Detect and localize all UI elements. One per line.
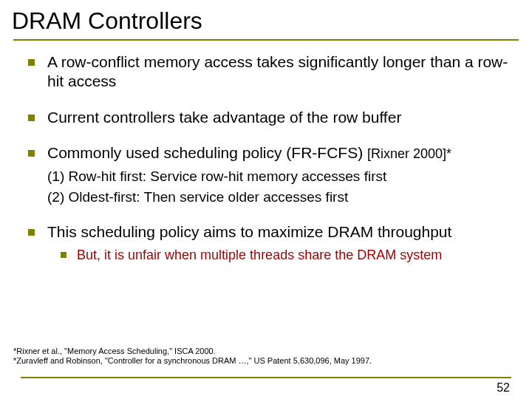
citation: [Rixner 2000]* xyxy=(367,146,451,161)
sub-bullet-item: But, it is unfair when multiple threads … xyxy=(61,247,510,264)
bullet-text: Current controllers take advantage of th… xyxy=(47,109,401,126)
slide-title: DRAM Controllers xyxy=(12,7,532,35)
footnote-line: *Zuravleff and Robinson, "Controller for… xyxy=(13,356,372,366)
title-region: DRAM Controllers xyxy=(0,0,532,35)
sub-item: (1) Row-hit first: Service row-hit memor… xyxy=(47,167,510,186)
sub-bullet-list: But, it is unfair when multiple threads … xyxy=(61,247,510,264)
emphasis-text: it is unfair when multiple threads share… xyxy=(104,248,442,262)
bullet-text: Commonly used scheduling policy (FR-FCFS… xyxy=(47,144,367,161)
bullet-text: A row-conflict memory access takes signi… xyxy=(47,53,508,89)
sub-list: (1) Row-hit first: Service row-hit memor… xyxy=(47,167,510,206)
slide: DRAM Controllers A row-conflict memory a… xyxy=(0,0,532,399)
footer-divider xyxy=(21,377,511,378)
bullet-item: This scheduling policy aims to maximize … xyxy=(28,222,510,264)
body-region: A row-conflict memory access takes signi… xyxy=(0,41,532,264)
page-number: 52 xyxy=(497,381,510,395)
sub-item: (2) Oldest-first: Then service older acc… xyxy=(47,188,510,207)
footnotes: *Rixner et al., "Memory Access Schedulin… xyxy=(13,347,372,367)
bullet-list: A row-conflict memory access takes signi… xyxy=(28,52,510,264)
bullet-text: This scheduling policy aims to maximize … xyxy=(47,223,451,240)
bullet-item: Current controllers take advantage of th… xyxy=(28,108,510,127)
footnote-line: *Rixner et al., "Memory Access Schedulin… xyxy=(13,347,372,357)
bullet-item: A row-conflict memory access takes signi… xyxy=(28,52,510,92)
bullet-item: Commonly used scheduling policy (FR-FCFS… xyxy=(28,143,510,207)
emphasis-text: But, xyxy=(77,248,104,262)
